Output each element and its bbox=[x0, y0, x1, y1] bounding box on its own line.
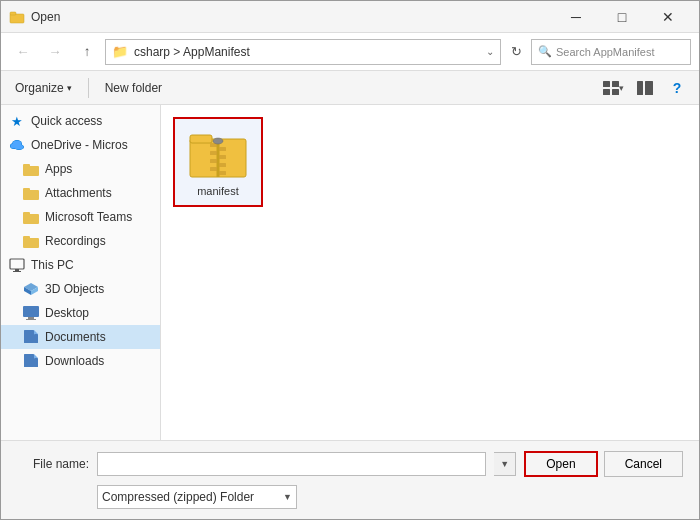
svg-rect-24 bbox=[13, 271, 21, 272]
pane-button[interactable] bbox=[631, 75, 659, 101]
filename-label: File name: bbox=[17, 457, 89, 471]
folder-icon bbox=[23, 233, 39, 249]
sidebar-item-quick-access[interactable]: ★ Quick access bbox=[1, 109, 160, 133]
sidebar-item-label: Desktop bbox=[45, 306, 89, 320]
organize-label: Organize bbox=[15, 81, 64, 95]
toolbar-right: ▾ ? bbox=[599, 75, 691, 101]
help-button[interactable]: ? bbox=[663, 75, 691, 101]
sidebar-item-label: Apps bbox=[45, 162, 72, 176]
nav-bar: ← → ↑ 📁 csharp > AppManifest ⌄ ↻ 🔍 Searc… bbox=[1, 33, 699, 71]
svg-rect-44 bbox=[219, 147, 226, 151]
svg-rect-23 bbox=[15, 269, 19, 271]
svg-rect-36 bbox=[34, 358, 38, 367]
star-icon: ★ bbox=[9, 113, 25, 129]
svg-point-13 bbox=[13, 141, 22, 148]
svg-rect-45 bbox=[219, 155, 226, 159]
up-button[interactable]: ↑ bbox=[73, 38, 101, 66]
sidebar-item-desktop[interactable]: Desktop bbox=[1, 301, 160, 325]
address-bar[interactable]: 📁 csharp > AppManifest ⌄ bbox=[105, 39, 501, 65]
svg-rect-15 bbox=[23, 164, 30, 168]
svg-rect-29 bbox=[28, 317, 34, 319]
sidebar-item-apps[interactable]: Apps bbox=[1, 157, 160, 181]
filetype-select[interactable]: Compressed (zipped) Folder ▼ bbox=[97, 485, 297, 509]
open-button[interactable]: Open bbox=[524, 451, 597, 477]
refresh-button[interactable]: ↻ bbox=[505, 41, 527, 63]
svg-rect-28 bbox=[23, 306, 39, 317]
dialog-title: Open bbox=[31, 10, 553, 24]
desktop-icon bbox=[23, 305, 39, 321]
documents-icon bbox=[23, 329, 39, 345]
file-item-label: manifest bbox=[197, 185, 239, 197]
svg-rect-34 bbox=[24, 354, 34, 367]
close-button[interactable]: ✕ bbox=[645, 1, 691, 33]
svg-rect-0 bbox=[10, 14, 24, 23]
svg-rect-31 bbox=[24, 330, 34, 343]
view-chevron: ▾ bbox=[619, 83, 624, 93]
new-folder-button[interactable]: New folder bbox=[99, 78, 168, 98]
sidebar-item-label: Documents bbox=[45, 330, 106, 344]
toolbar-separator bbox=[88, 78, 89, 98]
toolbar: Organize ▾ New folder ▾ ? bbox=[1, 71, 699, 105]
view-button[interactable]: ▾ bbox=[599, 75, 627, 101]
svg-rect-38 bbox=[190, 135, 212, 143]
svg-rect-1 bbox=[10, 12, 16, 15]
cancel-button[interactable]: Cancel bbox=[604, 451, 683, 477]
filetype-chevron: ▼ bbox=[283, 492, 292, 502]
svg-rect-7 bbox=[645, 81, 653, 95]
sidebar-item-thispc[interactable]: This PC bbox=[1, 253, 160, 277]
filename-dropdown-button[interactable]: ▼ bbox=[494, 452, 516, 476]
search-placeholder: Search AppManifest bbox=[556, 46, 654, 58]
sidebar-item-label: Microsoft Teams bbox=[45, 210, 132, 224]
file-area: manifest bbox=[161, 105, 699, 440]
forward-button[interactable]: → bbox=[41, 38, 69, 66]
filename-input[interactable] bbox=[97, 452, 486, 476]
sidebar-item-downloads[interactable]: Downloads bbox=[1, 349, 160, 373]
svg-rect-19 bbox=[23, 212, 30, 216]
svg-rect-46 bbox=[219, 163, 226, 167]
svg-rect-47 bbox=[219, 171, 226, 175]
3d-icon bbox=[23, 281, 39, 297]
back-button[interactable]: ← bbox=[9, 38, 37, 66]
folder-icon bbox=[23, 161, 39, 177]
svg-rect-43 bbox=[210, 167, 217, 171]
svg-rect-21 bbox=[23, 236, 30, 240]
svg-rect-33 bbox=[34, 334, 38, 343]
sidebar-item-label: Quick access bbox=[31, 114, 102, 128]
sidebar-item-label: This PC bbox=[31, 258, 74, 272]
file-item-manifest[interactable]: manifest bbox=[173, 117, 263, 207]
folder-icon bbox=[23, 209, 39, 225]
sidebar-item-attachments[interactable]: Attachments bbox=[1, 181, 160, 205]
zip-folder-icon bbox=[188, 127, 248, 179]
filetype-row: Compressed (zipped) Folder ▼ bbox=[17, 485, 683, 509]
filetype-value: Compressed (zipped) Folder bbox=[102, 490, 254, 504]
svg-rect-3 bbox=[612, 81, 619, 87]
filename-row: File name: ▼ Open Cancel bbox=[17, 451, 683, 477]
downloads-icon bbox=[23, 353, 39, 369]
open-dialog: Open ─ □ ✕ ← → ↑ 📁 csharp > AppManifest … bbox=[0, 0, 700, 520]
sidebar-item-label: Attachments bbox=[45, 186, 112, 200]
address-path: csharp > AppManifest bbox=[134, 45, 480, 59]
sidebar-item-3dobjects[interactable]: 3D Objects bbox=[1, 277, 160, 301]
search-box[interactable]: 🔍 Search AppManifest bbox=[531, 39, 691, 65]
dialog-icon bbox=[9, 9, 25, 25]
organize-button[interactable]: Organize ▾ bbox=[9, 78, 78, 98]
svg-rect-41 bbox=[210, 151, 217, 155]
svg-rect-17 bbox=[23, 188, 30, 192]
folder-icon: 📁 bbox=[112, 44, 128, 59]
minimize-button[interactable]: ─ bbox=[553, 1, 599, 33]
search-icon: 🔍 bbox=[538, 45, 552, 58]
sidebar-item-label: 3D Objects bbox=[45, 282, 104, 296]
title-bar: Open ─ □ ✕ bbox=[1, 1, 699, 33]
maximize-button[interactable]: □ bbox=[599, 1, 645, 33]
svg-rect-6 bbox=[637, 81, 643, 95]
action-buttons: Open Cancel bbox=[524, 451, 683, 477]
sidebar-item-recordings[interactable]: Recordings bbox=[1, 229, 160, 253]
sidebar-item-teams[interactable]: Microsoft Teams bbox=[1, 205, 160, 229]
sidebar-item-onedrive[interactable]: OneDrive - Micros bbox=[1, 133, 160, 157]
svg-marker-32 bbox=[34, 330, 38, 334]
folder-icon bbox=[23, 185, 39, 201]
cloud-icon bbox=[9, 137, 25, 153]
bottom-area: File name: ▼ Open Cancel Compressed (zip… bbox=[1, 440, 699, 519]
sidebar-item-documents[interactable]: Documents bbox=[1, 325, 160, 349]
sidebar-item-label: Recordings bbox=[45, 234, 106, 248]
